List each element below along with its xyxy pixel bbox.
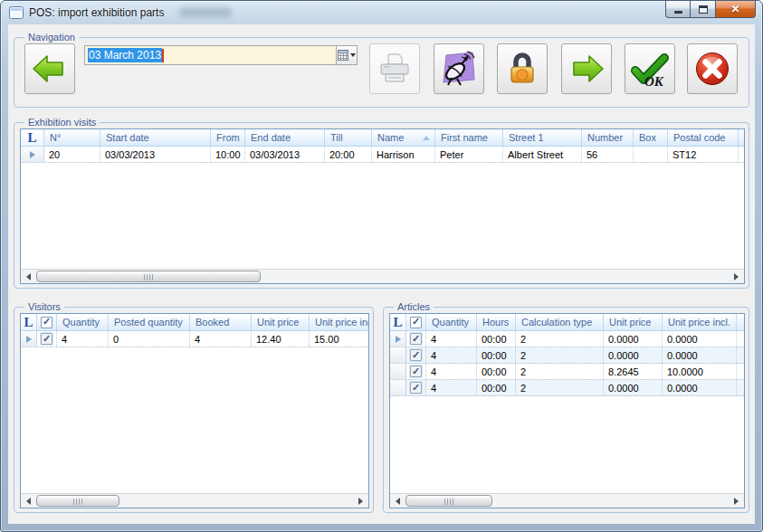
window-title: POS: import exhibition parts	[29, 6, 164, 19]
check-mark-icon: ✓	[412, 366, 420, 376]
column-header-unit-price-incl[interactable]: Unit price incl.	[310, 314, 369, 330]
row-checkbox-cell[interactable]: ✓	[406, 347, 426, 363]
lock-button[interactable]	[497, 43, 548, 94]
check-mark-icon: ✓	[412, 383, 420, 393]
horizontal-scrollbar[interactable]	[390, 493, 744, 508]
column-header-postal-code[interactable]: Postal code	[668, 129, 739, 146]
row-indicator-cell[interactable]	[390, 364, 406, 379]
maximize-button[interactable]	[690, 1, 716, 18]
client-area: Navigation 03 March 2013	[8, 24, 755, 524]
column-header-n[interactable]: N°	[44, 129, 100, 146]
grid-body: ✓400:0020.00000.0000✓400:0020.00000.0000…	[390, 331, 744, 493]
cell-from: 10:00	[211, 147, 245, 162]
column-header-hours[interactable]: Hours	[477, 314, 516, 330]
row-indicator-cell[interactable]	[21, 147, 44, 162]
next-button[interactable]	[561, 43, 612, 94]
minimize-button[interactable]	[665, 1, 691, 18]
row-checkbox[interactable]: ✓	[41, 333, 52, 345]
header-filler	[739, 129, 744, 146]
column-header-unit-price-incl[interactable]: Unit price incl.	[663, 314, 737, 330]
select-all-checkbox[interactable]: ✓	[410, 317, 422, 328]
column-header-label: Number	[587, 132, 623, 143]
row-checkbox-cell[interactable]: ✓	[406, 331, 426, 347]
row-checkbox[interactable]: ✓	[410, 366, 422, 377]
print-button[interactable]	[369, 43, 420, 94]
row-checkbox[interactable]: ✓	[410, 333, 422, 345]
cell-quantity: 4	[426, 347, 477, 363]
scrollbar-thumb[interactable]	[36, 495, 119, 507]
column-header-from[interactable]: From	[211, 129, 245, 146]
padlock-icon	[503, 50, 541, 88]
date-input[interactable]: 03 March 2013	[84, 45, 336, 65]
select-all-cell[interactable]: ✓	[37, 314, 57, 330]
column-header-street-1[interactable]: Street 1	[503, 129, 582, 146]
row-filler	[737, 364, 744, 379]
calendar-dropdown-button[interactable]	[336, 45, 358, 65]
column-header-first-name[interactable]: First name	[435, 129, 503, 146]
cell-unit-price: 0.0000	[604, 380, 663, 395]
table-row[interactable]: ✓400:0028.264510.0000	[390, 364, 744, 380]
cell-quantity: 4	[426, 364, 477, 379]
column-header-box[interactable]: Box	[634, 129, 668, 146]
column-header-till[interactable]: Till	[325, 129, 372, 146]
close-button[interactable]: ✕	[715, 1, 756, 18]
table-row[interactable]: ✓400:0020.00000.0000	[390, 347, 744, 364]
row-checkbox[interactable]: ✓	[410, 382, 422, 394]
cell-unit-price-incl: 10.0000	[663, 364, 737, 379]
scroll-left-arrow-icon[interactable]	[26, 273, 31, 280]
cell-unit-price-incl: 0.0000	[663, 331, 737, 347]
horizontal-scrollbar[interactable]	[21, 493, 368, 508]
grid-header-row: LN°Start dateFromEnd dateTillNameFirst n…	[21, 129, 744, 147]
scroll-right-arrow-icon[interactable]	[734, 498, 739, 505]
column-header-posted-quantity[interactable]: Posted quantity	[109, 314, 190, 330]
row-indicator-cell[interactable]	[390, 347, 406, 363]
column-header-name[interactable]: Name	[372, 129, 435, 146]
scrollbar-thumb[interactable]	[36, 271, 261, 282]
horizontal-scrollbar[interactable]	[21, 269, 744, 283]
row-indicator-cell[interactable]	[390, 380, 406, 395]
column-header-booked[interactable]: Booked	[190, 314, 252, 330]
scroll-right-arrow-icon[interactable]	[734, 273, 739, 280]
column-layout-button[interactable]: L	[21, 314, 37, 330]
scroll-left-arrow-icon[interactable]	[396, 498, 400, 505]
column-header-start-date[interactable]: Start date	[100, 129, 211, 146]
scroll-left-arrow-icon[interactable]	[26, 498, 31, 505]
column-header-unit-price[interactable]: Unit price	[604, 314, 663, 330]
column-header-label: Street 1	[509, 132, 544, 143]
satellite-dish-icon	[439, 49, 479, 89]
select-all-cell[interactable]: ✓	[406, 314, 426, 330]
column-header-calculation-type[interactable]: Calculation type	[516, 314, 604, 330]
column-header-number[interactable]: Number	[582, 129, 634, 146]
scroll-right-arrow-icon[interactable]	[358, 498, 363, 505]
cell-hours: 00:00	[477, 331, 516, 347]
cell-postal-code: ST12	[668, 147, 739, 162]
check-mark-icon: ✓	[43, 334, 51, 344]
cancel-button[interactable]	[687, 43, 738, 94]
satellite-button[interactable]	[434, 43, 484, 94]
table-row[interactable]: 2003/03/201310:0003/03/201320:00Harrison…	[21, 147, 744, 163]
visitors-group: Visitors L✓QuantityPosted quantityBooked…	[14, 307, 374, 513]
column-header-quantity[interactable]: Quantity	[57, 314, 109, 330]
row-checkbox-cell[interactable]: ✓	[406, 380, 426, 395]
column-layout-button[interactable]: L	[390, 314, 406, 330]
row-indicator-cell[interactable]	[390, 331, 406, 347]
titlebar[interactable]: POS: import exhibition parts ✕	[1, 1, 762, 24]
ok-button[interactable]: OK	[625, 43, 675, 94]
column-header-quantity[interactable]: Quantity	[426, 314, 477, 330]
scrollbar-thumb[interactable]	[405, 495, 492, 507]
previous-button[interactable]	[24, 43, 75, 94]
table-row[interactable]: ✓400:0020.00000.0000	[390, 331, 744, 347]
row-indicator-cell[interactable]	[21, 331, 37, 347]
row-checkbox-cell[interactable]: ✓	[37, 331, 57, 347]
table-row[interactable]: ✓40412.4015.00	[21, 331, 368, 347]
column-header-unit-price[interactable]: Unit price	[252, 314, 310, 330]
cell-quantity: 4	[426, 380, 477, 395]
column-layout-button[interactable]: L	[21, 129, 44, 146]
column-header-label: Unit price	[257, 317, 299, 328]
row-checkbox-cell[interactable]: ✓	[406, 364, 426, 379]
column-header-end-date[interactable]: End date	[245, 129, 325, 146]
row-checkbox[interactable]: ✓	[410, 349, 422, 361]
table-row[interactable]: ✓400:0020.00000.0000	[390, 380, 744, 396]
exhibition-visits-group-label: Exhibition visits	[24, 116, 100, 128]
select-all-checkbox[interactable]: ✓	[41, 317, 52, 328]
